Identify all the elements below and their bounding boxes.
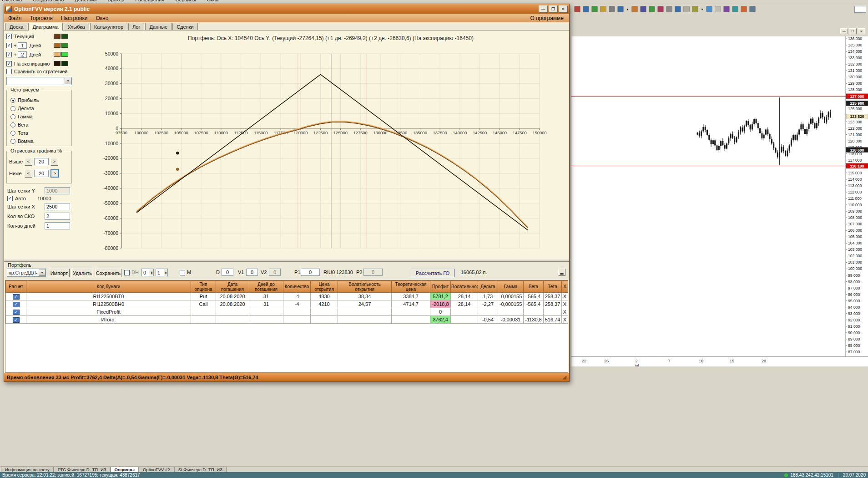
legend-color-positive[interactable] — [61, 52, 68, 57]
radio-icon[interactable] — [10, 98, 15, 103]
bg-menu-extensions[interactable]: Расширения — [135, 0, 164, 2]
chevron-down-icon[interactable]: ▼ — [65, 78, 71, 84]
legend-color-negative[interactable] — [54, 61, 61, 66]
toolbar-icon[interactable] — [617, 6, 624, 12]
grid-x-input[interactable]: 2500 — [45, 203, 70, 210]
toolbar-icon[interactable] — [675, 6, 681, 12]
m-checkbox[interactable] — [180, 270, 185, 275]
collapse-panel-button[interactable]: ▂ — [558, 269, 565, 276]
range-above-increase-button[interactable]: > — [50, 158, 58, 166]
row-calc-checkbox[interactable]: ✓ — [13, 302, 20, 307]
sko-input[interactable]: 2 — [45, 213, 70, 220]
legend-color-positive[interactable] — [61, 61, 68, 66]
maximize-button[interactable]: ❐ — [549, 5, 558, 13]
toolbar-dropdown-icon[interactable]: ▼ — [701, 8, 704, 11]
bg-menu-create-window[interactable]: Создать окно — [33, 0, 64, 2]
tab-smile[interactable]: Улыбка — [64, 23, 89, 30]
tab-log[interactable]: Лог — [128, 23, 144, 30]
column-header[interactable]: Тип опциона — [191, 281, 216, 293]
draw-option-4[interactable]: Тета — [10, 129, 70, 137]
legend-checkbox[interactable]: ✓ — [6, 34, 12, 39]
bg-menu-windows[interactable]: Окна — [207, 0, 219, 2]
row-delete-button[interactable]: X — [562, 308, 568, 316]
radio-icon[interactable] — [10, 139, 15, 144]
menu-file[interactable]: Файл — [4, 15, 26, 22]
column-header[interactable]: Вега — [524, 281, 544, 293]
spinner-arrows-icon[interactable]: ▲▼ — [164, 269, 167, 276]
toolbar-icon[interactable] — [591, 6, 598, 12]
toolbar-icon[interactable] — [609, 6, 615, 12]
column-header[interactable]: Профит — [430, 281, 451, 293]
tab-diagram[interactable]: Диаграмма — [28, 23, 62, 31]
toolbar-icon[interactable] — [666, 6, 672, 12]
calc-margin-button[interactable]: Рассчитать ГО — [411, 269, 454, 277]
toolbar-icon[interactable] — [649, 6, 655, 12]
toolbar-icon[interactable] — [640, 6, 646, 12]
spinner-arrows-icon[interactable]: ▲▼ — [150, 269, 153, 276]
payoff-chart-svg[interactable]: -80000-70000-60000-50000-40000-30000-200… — [74, 31, 568, 258]
portfolio-select[interactable]: пр.СтреДДЛ- ▼ — [7, 269, 46, 277]
toolbar-icon[interactable] — [749, 6, 756, 12]
tab-data[interactable]: Данные — [145, 23, 172, 30]
legend-color-positive[interactable] — [61, 34, 68, 39]
toolbar-icon[interactable] — [683, 6, 690, 12]
column-header[interactable]: Волатильность — [451, 281, 478, 293]
price-chart-svg[interactable]: 136 000135 000134 000133 000132 000131 0… — [571, 36, 868, 366]
p1-input[interactable]: 0 — [301, 269, 320, 276]
column-header[interactable]: Цена открытия — [311, 281, 338, 293]
legend-checkbox[interactable]: ✓ — [6, 52, 12, 57]
draw-option-0[interactable]: Прибыль — [10, 97, 70, 104]
radio-icon[interactable] — [10, 131, 15, 136]
menu-window[interactable]: Окно — [92, 15, 113, 22]
column-header[interactable]: Дата погашения — [216, 281, 249, 293]
minimize-icon[interactable]: — — [840, 28, 848, 34]
bg-menu-broker[interactable]: Брокер — [108, 0, 125, 2]
toolbar-icon[interactable] — [715, 6, 721, 12]
save-button[interactable]: Сохранить — [95, 269, 121, 277]
bottom-tab-optionfvv-2[interactable]: OptionFVV #2 — [139, 467, 174, 472]
draw-option-2[interactable]: Гамма — [10, 113, 70, 120]
column-header[interactable]: Код бумаги — [26, 281, 191, 293]
legend-color-positive[interactable] — [61, 43, 68, 48]
bg-menu-services[interactable]: Сервисы — [175, 0, 196, 2]
title-bar[interactable]: OptionFVV версия 2.1 public — ❐ ✕ — [4, 4, 569, 14]
bottom-tab-account-info[interactable]: Информация по счету — [1, 467, 54, 472]
row-calc-checkbox[interactable]: ✓ — [13, 310, 20, 315]
toolbar-icon[interactable] — [600, 6, 606, 12]
range-below-decrease-button[interactable]: < — [25, 170, 32, 178]
compare-checkbox[interactable] — [6, 69, 12, 74]
legend-color-negative[interactable] — [54, 43, 61, 48]
menu-about[interactable]: О программе — [526, 15, 569, 22]
toolbar-icon[interactable] — [574, 6, 580, 12]
toolbar-icon[interactable] — [657, 6, 664, 12]
column-header[interactable]: Гамма — [498, 281, 524, 293]
minimize-button[interactable]: — — [539, 5, 548, 13]
toolbar-dropdown-icon[interactable]: ▼ — [626, 8, 629, 11]
radio-icon[interactable] — [10, 114, 15, 119]
toolbar-icon[interactable] — [583, 6, 589, 12]
toolbar-combo[interactable] — [854, 6, 866, 13]
range-above-input[interactable]: 20 — [34, 158, 49, 165]
legend-days-input[interactable]: 2 — [18, 51, 27, 58]
dh-spinner-1[interactable]: 0 ▲▼ — [141, 269, 154, 276]
toolbar-icon[interactable] — [732, 6, 738, 12]
import-button[interactable]: Импорт — [49, 269, 70, 277]
chevron-down-icon[interactable]: ▼ — [39, 270, 45, 276]
range-below-increase-button[interactable]: > — [50, 169, 59, 178]
d-input[interactable]: 0 — [222, 269, 233, 276]
column-header[interactable]: Дней до погашения — [249, 281, 283, 293]
toolbar-icon[interactable] — [692, 6, 698, 12]
row-calc-checkbox[interactable]: ✓ — [13, 294, 20, 300]
draw-option-1[interactable]: Дельта — [10, 105, 70, 112]
dh-spinner-2[interactable]: 1 ▲▼ — [156, 269, 168, 276]
legend-checkbox[interactable]: ✓ — [6, 61, 12, 66]
column-header[interactable]: X — [562, 281, 568, 293]
resize-grip[interactable]: ◢ — [563, 374, 566, 380]
tab-calculator[interactable]: Калькулятор — [90, 23, 127, 30]
row-calc-checkbox[interactable]: ✓ — [13, 317, 20, 323]
legend-color-negative[interactable] — [54, 34, 61, 39]
bottom-tab-si-futures[interactable]: SI Фьючерс D -ТП- ИЗ — [174, 467, 227, 472]
toolbar-icon[interactable] — [631, 6, 638, 12]
close-button[interactable]: ✕ — [559, 5, 568, 13]
bg-menu-actions[interactable]: Действия — [75, 0, 96, 2]
